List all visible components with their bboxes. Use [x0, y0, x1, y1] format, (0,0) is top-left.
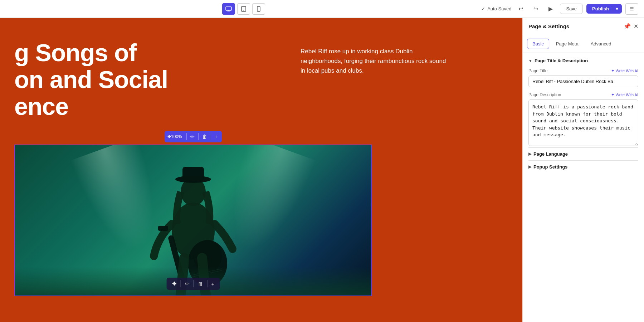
device-mobile-btn[interactable] [252, 3, 265, 15]
image-delete-btn[interactable]: 🗑 [201, 134, 209, 140]
hero-title-line3: ence [14, 93, 508, 120]
undo-btn[interactable]: ↩ [515, 3, 526, 15]
svg-rect-0 [226, 7, 231, 10]
publish-label: Publish [592, 6, 612, 11]
image-add-btn[interactable]: + [213, 134, 219, 140]
preview-btn[interactable]: ▶ [545, 3, 556, 15]
auto-saved-label: Auto Saved [487, 6, 511, 11]
page-description-textarea[interactable]: Rebel Riff is a passionate rock band fro… [528, 99, 638, 146]
image-add-bottom-btn[interactable]: + [210, 281, 216, 287]
publish-button[interactable]: Publish ▾ [586, 4, 622, 14]
page-title-field-row: Page Title ✦ Write With AI [528, 68, 638, 73]
redo-btn[interactable]: ↪ [530, 3, 541, 15]
write-with-ai-desc-label: Write With AI [616, 93, 638, 97]
page-title-label: Page Title [528, 68, 547, 73]
image-edit-btn[interactable]: ✏ [189, 134, 196, 140]
svg-rect-8 [182, 167, 204, 180]
panel-close-btn[interactable]: ✕ [634, 23, 638, 30]
menu-button[interactable]: ☰ [625, 3, 638, 15]
popup-settings-label: Popup Settings [533, 164, 567, 170]
panel-content: ▼ Page Title & Description Page Title ✦ … [523, 53, 644, 178]
tab-bar: Basic Page Meta Advanced [523, 35, 644, 53]
page-description-label: Page Description [528, 92, 561, 97]
check-icon: ✓ [481, 6, 485, 11]
device-desktop-btn[interactable] [222, 3, 235, 15]
tab-advanced[interactable]: Advanced [585, 39, 617, 49]
ai-sparkle-desc-icon: ✦ [611, 92, 615, 97]
image-move-btn[interactable]: ✥ [170, 280, 179, 287]
device-tablet-btn[interactable] [237, 3, 250, 15]
hero-description: Rebel Riff rose up in working class Dubl… [301, 47, 451, 76]
svg-point-4 [258, 10, 259, 11]
panel-pin-btn[interactable]: 📌 [624, 23, 631, 30]
page-language-section[interactable]: ▶ Page Language [528, 147, 638, 160]
page-language-arrow-icon: ▶ [528, 152, 531, 156]
image-container[interactable]: ✥ 100% ✏ 🗑 + [14, 145, 372, 296]
save-button[interactable]: Save [560, 4, 583, 14]
write-with-ai-title-label: Write With AI [616, 69, 638, 73]
page-description-field-row: Page Description ✦ Write With AI [528, 92, 638, 97]
toolbar-center [222, 3, 265, 15]
svg-point-2 [243, 10, 244, 11]
move-icon: ✥ [167, 134, 171, 139]
page-title-input[interactable] [528, 75, 638, 87]
image-delete-bottom-btn[interactable]: 🗑 [196, 281, 205, 287]
panel-title: Page & Settings [528, 23, 569, 29]
tab-basic[interactable]: Basic [527, 39, 549, 49]
publish-caret[interactable]: ▾ [612, 6, 622, 11]
section-arrow-icon: ▼ [528, 59, 532, 63]
popup-settings-arrow-icon: ▶ [528, 165, 531, 169]
concert-image [15, 145, 371, 296]
right-panel: Page & Settings 📌 ✕ Basic Page Meta Adva… [522, 18, 644, 322]
main-toolbar: ✓ Auto Saved ↩ ↪ ▶ Save Publish ▾ ☰ [0, 0, 644, 18]
panel-header: Page & Settings 📌 ✕ [523, 18, 644, 35]
image-top-toolbar: ✥ 100% ✏ 🗑 + [165, 131, 222, 142]
popup-settings-section[interactable]: ▶ Popup Settings [528, 160, 638, 173]
toolbar-right: ✓ Auto Saved ↩ ↪ ▶ Save Publish ▾ ☰ [481, 3, 638, 15]
page-language-label: Page Language [533, 151, 568, 157]
svg-rect-12 [158, 226, 168, 231]
section-title-description-header[interactable]: ▼ Page Title & Description [528, 58, 638, 63]
hero-section: g Songs of on and Social ence Rebel Riff… [0, 18, 522, 322]
tab-page-meta[interactable]: Page Meta [551, 39, 584, 49]
image-edit-bottom-btn[interactable]: ✏ [183, 280, 191, 287]
ai-sparkle-icon: ✦ [611, 68, 615, 73]
write-with-ai-title-btn[interactable]: ✦ Write With AI [611, 68, 638, 73]
hero-desc-block: Rebel Riff rose up in working class Dubl… [301, 47, 451, 76]
image-bottom-toolbar: ✥ ✏ 🗑 + [167, 278, 220, 290]
write-with-ai-desc-btn[interactable]: ✦ Write With AI [611, 92, 638, 97]
auto-saved-status: ✓ Auto Saved [481, 6, 511, 11]
section-title-description-label: Page Title & Description [535, 58, 588, 63]
panel-header-icons: 📌 ✕ [624, 23, 638, 30]
zoom-label: 100% [171, 134, 182, 139]
canvas: g Songs of on and Social ence Rebel Riff… [0, 18, 522, 322]
